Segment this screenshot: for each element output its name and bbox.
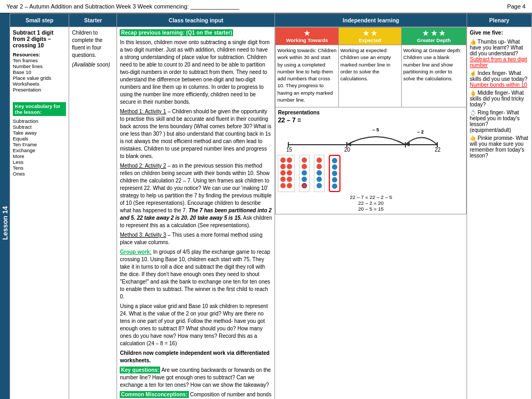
vocab-ones: Ones xyxy=(13,171,66,177)
bold-end: Children now complete independent work v… xyxy=(120,350,272,364)
main-table: Small step Starter Class teaching input … xyxy=(10,13,532,399)
resource-presentation: Presentation xyxy=(13,87,66,93)
dot xyxy=(280,170,286,176)
vocab-tens: Tens xyxy=(13,165,66,171)
dot xyxy=(317,177,322,182)
dot xyxy=(317,157,322,163)
teaching-para1: In this lesson, children move onto subtr… xyxy=(120,39,272,106)
key-questions: Key questions: Are we counting backwards… xyxy=(120,367,272,389)
starter-cell: Children to complete the fluent in four … xyxy=(69,27,117,400)
recap-label: Recap previous learning: (Q1 on the star… xyxy=(120,29,272,37)
indep-representations-row: Representations 22 – 7 = xyxy=(276,107,467,214)
top-bar: Year 2 – Autumn Addition and Subtraction… xyxy=(0,0,532,13)
ex-text: Working at expected: Children use an emp… xyxy=(340,47,400,82)
plenary-index: ☝ Index finger- What skills did you use … xyxy=(470,70,529,88)
resources-title: Resources: xyxy=(13,52,66,57)
dot xyxy=(317,170,322,176)
calc-line-1: 22 – 7 = 22 – 2 – 5 xyxy=(278,194,464,200)
plenary-intro: Give me five: xyxy=(470,29,529,37)
dot xyxy=(332,164,337,170)
method3: Method 3: Activity 3 – This uses a more … xyxy=(120,231,272,246)
dot xyxy=(280,157,286,163)
method2: Method 2: Activity 2 – as in the previou… xyxy=(120,162,272,229)
vocab-less: Less xyxy=(13,159,66,165)
dot xyxy=(317,183,322,188)
page-number: Page 4 xyxy=(507,3,526,10)
key-q-label: Key questions: xyxy=(120,367,160,373)
misconceptions: Common Misconceptions: Composition of nu… xyxy=(120,391,272,399)
misc-label: Common Misconceptions: xyxy=(120,391,188,398)
vocab-take-away: Take away xyxy=(13,130,66,136)
vocab-subtraction: Subtraction xyxy=(13,118,66,124)
equation: 22 – 7 = xyxy=(278,117,464,124)
wt-content: Working towards: Children work within 30… xyxy=(276,45,338,107)
wt-label: Working Towards xyxy=(277,37,336,43)
svg-text:– 5: – 5 xyxy=(372,127,379,132)
method1-text: – Children should be given the opportuni… xyxy=(120,109,271,159)
col-header-teaching: Class teaching input xyxy=(117,14,275,27)
calc-line-2: 22 – 2 = 20 xyxy=(278,200,464,206)
indep-cell: ★ Working Towards ★ ★ Expected xyxy=(275,27,467,400)
dot xyxy=(287,183,292,188)
dot xyxy=(287,177,292,182)
plenary-link2[interactable]: Number bonds within 10 xyxy=(470,82,527,88)
method3-label: Method 3: Activity 3 xyxy=(120,232,166,238)
indep-content-row: Working towards: Children work within 30… xyxy=(276,45,467,107)
group-work: Group work: In groups of 4/5 play the ex… xyxy=(120,248,272,301)
dot-representations xyxy=(278,155,464,192)
gd-label: Greater Depth xyxy=(403,37,464,43)
pv-para: Using a place value grid and Base 10 ask… xyxy=(120,303,272,347)
dot-block-2 xyxy=(299,155,310,192)
small-step-cell: Subtract 1 digit from 2 digits – crossin… xyxy=(10,27,69,400)
wt-header: ★ Working Towards xyxy=(276,28,338,45)
plenary-link1[interactable]: Subtract from a two digit number xyxy=(470,56,527,68)
vocab-equals: Equals xyxy=(13,136,66,142)
starter-text1: Children to complete the fluent in four … xyxy=(72,29,114,59)
representations-label: Representations xyxy=(278,110,464,115)
plenary-middle: 🖕 Middle finger- What skills did you fin… xyxy=(470,90,529,107)
main-content: Lesson 14 Small step Starter Class teach… xyxy=(0,13,532,399)
dot xyxy=(287,170,292,176)
resource-worksheets: Worksheets xyxy=(13,81,66,87)
lesson-label: Lesson 14 xyxy=(0,13,10,399)
dot xyxy=(332,177,337,182)
ex-star: ★ ★ xyxy=(340,29,400,37)
dot xyxy=(302,164,307,169)
vocab-list: Subtraction Subtract Take away Equals Te… xyxy=(13,118,66,177)
dot xyxy=(332,184,337,189)
gd-star: ★ ★ ★ xyxy=(403,29,464,37)
svg-text:– 2: – 2 xyxy=(417,129,424,135)
dot xyxy=(280,183,286,188)
svg-text:15: 15 xyxy=(286,147,293,153)
dot xyxy=(332,158,337,163)
plenary-cell: Give me five: 👍 Thumbs up- What have you… xyxy=(467,27,532,400)
dot xyxy=(280,164,286,169)
resources-section: Resources: Ten frames Number lines Base … xyxy=(13,52,66,93)
header-title: Year 2 – Autumn Addition and Subtraction… xyxy=(6,3,239,10)
gd-content: Working at Greater depth: Children use a… xyxy=(402,45,467,107)
gd-header: ★ ★ ★ Greater Depth xyxy=(402,28,467,45)
dot-block-4 xyxy=(329,155,340,192)
dot-block-3 xyxy=(314,155,325,192)
vocab-subtract: Subtract xyxy=(13,124,66,130)
dot xyxy=(302,170,307,176)
ex-content: Working at expected: Children use an emp… xyxy=(338,45,401,107)
dot xyxy=(302,177,307,182)
col-header-plenary: Plenary xyxy=(467,14,532,27)
method1: Method 1: Activity 1 – Children should b… xyxy=(120,108,272,160)
resource-base10: Base 10 xyxy=(13,69,66,75)
method1-label: Method 1: Activity 1 xyxy=(120,109,166,114)
wt-star: ★ xyxy=(277,29,336,37)
svg-text:22: 22 xyxy=(435,147,441,153)
col-header-small-step: Small step xyxy=(10,14,69,27)
dot xyxy=(287,157,292,163)
resource-ten-frames: Ten frames xyxy=(13,57,66,63)
dot xyxy=(280,177,286,182)
starter-text2: (Available soon) xyxy=(72,61,114,69)
representations-cell: Representations 22 – 7 = xyxy=(276,107,467,214)
dot xyxy=(332,171,337,176)
resource-number-lines: Number lines xyxy=(13,63,66,69)
ex-header: ★ ★ Expected xyxy=(338,28,401,45)
dot xyxy=(302,157,307,163)
calc-line-3: 20 – 5 = 15 xyxy=(278,206,464,212)
